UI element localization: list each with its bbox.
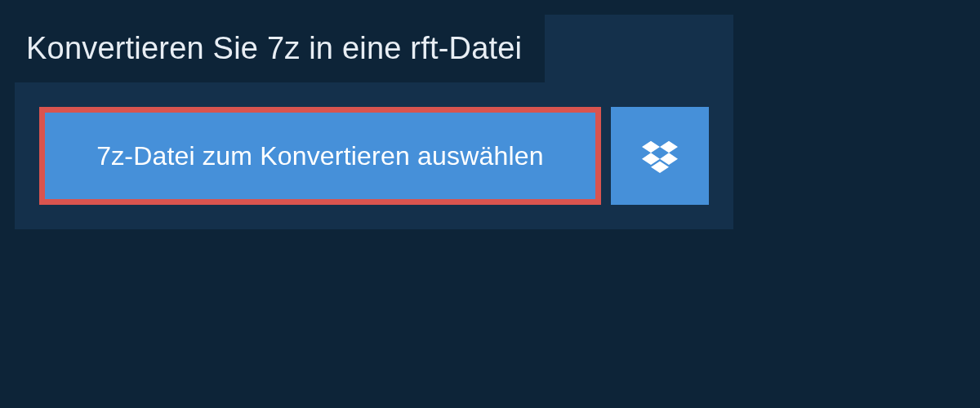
header-bar: Konvertieren Sie 7z in eine rft-Datei xyxy=(15,15,545,82)
select-file-label: 7z-Datei zum Konvertieren auswählen xyxy=(96,141,544,171)
converter-card: Konvertieren Sie 7z in eine rft-Datei 7z… xyxy=(15,15,733,229)
dropbox-icon xyxy=(642,138,678,174)
page-title: Konvertieren Sie 7z in eine rft-Datei xyxy=(26,31,522,66)
select-file-button[interactable]: 7z-Datei zum Konvertieren auswählen xyxy=(39,107,601,205)
dropbox-button[interactable] xyxy=(611,107,709,205)
button-row: 7z-Datei zum Konvertieren auswählen xyxy=(15,82,733,205)
